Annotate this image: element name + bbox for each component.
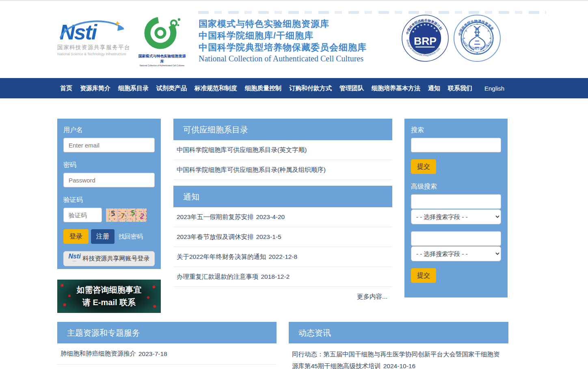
nsti-logo-cn: 国家科技资源共享服务平台 bbox=[57, 44, 130, 51]
site-title-line3: 中国科学院典型培养物保藏委员会细胞库 bbox=[199, 41, 367, 53]
site-title-line1: 国家模式与特色实验细胞资源库 bbox=[199, 18, 367, 30]
green-circle-icon bbox=[138, 14, 186, 52]
advanced-search-input-1[interactable] bbox=[411, 194, 501, 209]
site-title: 国家模式与特色实验细胞资源库 中国科学院细胞库/干细胞库 中国科学院典型培养物保… bbox=[199, 18, 367, 63]
news-date: 2024-10-16 bbox=[383, 362, 415, 369]
username-input[interactable] bbox=[63, 138, 155, 152]
svg-text:★: ★ bbox=[463, 37, 465, 39]
captcha-digit: 5 bbox=[130, 209, 135, 217]
svg-text:★: ★ bbox=[476, 52, 478, 54]
nav-item-reagents[interactable]: 试剂类产品 bbox=[156, 85, 187, 92]
advanced-search-label: 高级搜索 bbox=[411, 182, 501, 191]
clipped-text-artifact bbox=[198, 11, 546, 14]
topics-section-title: 主题资源和专题服务 bbox=[57, 322, 277, 343]
search-panel: 搜索 提交 高级搜索 - - 选择搜索字段 - - - - 选择搜索字段 - -… bbox=[404, 119, 508, 297]
site-title-line4: National Collection of Authenticated Cel… bbox=[199, 54, 367, 63]
news-section-title: 动态资讯 bbox=[289, 322, 508, 343]
banner-line2: 请 E-mail 联系 bbox=[57, 297, 161, 308]
svg-text:★: ★ bbox=[489, 37, 491, 39]
nav-item-methods[interactable]: 细胞培养基本方法 bbox=[372, 85, 420, 92]
notice-date: 2023-1-5 bbox=[256, 233, 281, 241]
topic-date: 2023-7-18 bbox=[138, 350, 167, 358]
search-label: 搜索 bbox=[411, 126, 501, 135]
news-section: 动态资讯 同行动态：第五届中国干细胞与再生医学协同创新平台大会暨国家干细胞资源库… bbox=[289, 322, 508, 369]
password-input[interactable] bbox=[63, 173, 155, 187]
catalog-section-title: 可供应细胞系目录 bbox=[173, 119, 392, 140]
nsti-logo-en: National Science & Technology Infrastruc… bbox=[57, 52, 130, 56]
login-panel: 用户名 密码 验证码 5 7 5 2 登录 注册 bbox=[57, 119, 161, 269]
more-content-link[interactable]: 更多内容... bbox=[173, 287, 392, 301]
news-item[interactable]: 同行动态：第五届中国干细胞与再生医学协同创新平台大会暨国家干细胞资源库第45期干… bbox=[289, 343, 508, 369]
username-label: 用户名 bbox=[63, 126, 155, 135]
page: Nsti ✦ 国家科技资源共享服务平台 National Science & T… bbox=[0, 0, 588, 369]
captcha-input[interactable] bbox=[63, 208, 102, 222]
advanced-search-submit-button[interactable]: 提交 bbox=[411, 268, 436, 283]
star-icon: ✦ bbox=[114, 19, 121, 28]
main-nav: 首页 资源库简介 细胞系目录 试剂类产品 标准规范和制度 细胞质量控制 订购和付… bbox=[0, 78, 588, 98]
svg-text:★: ★ bbox=[465, 44, 467, 47]
captcha-digit: 5 bbox=[110, 209, 115, 218]
search-input[interactable] bbox=[411, 138, 501, 152]
brp-label: BRP bbox=[414, 35, 437, 47]
notice-date: 2022-12-8 bbox=[268, 253, 297, 260]
svg-text:★: ★ bbox=[482, 49, 484, 52]
svg-text:★: ★ bbox=[487, 44, 489, 47]
nav-item-notices[interactable]: 通知 bbox=[428, 85, 440, 92]
notice-date: 2018-12-2 bbox=[261, 273, 290, 280]
nav-item-english[interactable]: English bbox=[484, 85, 504, 92]
svg-text:★: ★ bbox=[470, 49, 472, 52]
advanced-search-input-2[interactable] bbox=[411, 231, 501, 246]
password-label: 密码 bbox=[63, 161, 155, 169]
notice-item[interactable]: 2023年春节放假及调休安排2023-1-5 bbox=[173, 227, 392, 247]
topics-section: 主题资源和专题服务 肺细胞和肺癌细胞资源推介2023-7-18 bbox=[57, 322, 277, 365]
email-contact-banner[interactable]: 如需咨询细胞事宜 请 E-mail 联系 bbox=[57, 280, 161, 313]
nav-item-home[interactable]: 首页 bbox=[60, 85, 72, 92]
notice-date: 2023-4-20 bbox=[256, 213, 285, 221]
search-submit-button[interactable]: 提交 bbox=[411, 159, 436, 174]
nav-item-team[interactable]: 管理团队 bbox=[339, 85, 364, 92]
nsti-account-login-button[interactable]: Nsti━━━━ 科技资源共享网账号登录 bbox=[63, 251, 155, 266]
dna-badge: 中国科学院生物遗传资源库 中国科学院战略生物资源计划 ★★★ ★★★★ ★★★★… bbox=[453, 14, 501, 62]
nav-item-quality[interactable]: 细胞质量控制 bbox=[245, 85, 281, 92]
nav-item-ordering[interactable]: 订购和付款方式 bbox=[289, 85, 332, 92]
nsti-account-login-label: 科技资源共享网账号登录 bbox=[83, 255, 150, 263]
nsti-mini-logo: Nsti━━━━ bbox=[68, 254, 80, 264]
banner-line1: 如需咨询细胞事宜 bbox=[57, 284, 161, 295]
nsti-logo: Nsti ✦ 国家科技资源共享服务平台 National Science & T… bbox=[57, 22, 130, 63]
svg-text:★: ★ bbox=[487, 30, 489, 32]
svg-text:★: ★ bbox=[470, 24, 472, 27]
nav-item-cell-lines[interactable]: 细胞系目录 bbox=[118, 85, 149, 92]
search-field-select-1[interactable]: - - 选择搜索字段 - - bbox=[411, 209, 501, 224]
svg-text:★: ★ bbox=[482, 24, 484, 27]
notice-item[interactable]: 关于2022年年终财务决算的通知2022-12-8 bbox=[173, 247, 392, 267]
svg-text:★: ★ bbox=[465, 30, 467, 32]
search-field-select-2[interactable]: - - 选择搜索字段 - - bbox=[411, 246, 501, 261]
register-button[interactable]: 注册 bbox=[91, 229, 115, 244]
nav-item-about[interactable]: 资源库简介 bbox=[80, 85, 110, 92]
green-logo-cn: 国家模式与特色实验细胞资源库 bbox=[137, 54, 187, 64]
green-logo-en: National Collection of Authenticated Cel… bbox=[139, 64, 185, 67]
ncacc-green-logo: 国家模式与特色实验细胞资源库 National Collection of Au… bbox=[137, 14, 187, 62]
topic-item[interactable]: 肺细胞和肺癌细胞资源推介2023-7-18 bbox=[57, 343, 277, 365]
nav-item-contact[interactable]: 联系我们 bbox=[448, 85, 472, 92]
catalog-item[interactable]: 中国科学院细胞库可供应细胞系目录(英文字顺) bbox=[173, 140, 392, 160]
notices-section-title: 通知 bbox=[173, 186, 392, 207]
brp-badge: 中国科学院战略生物资源计划 ★ ★ ★ ★ ★ ★ ★ ★ ★ BRP Biol… bbox=[401, 14, 449, 62]
forgot-password-link[interactable]: 找回密码 bbox=[119, 233, 143, 241]
nav-item-standards[interactable]: 标准规范和制度 bbox=[195, 85, 237, 92]
svg-text:★: ★ bbox=[476, 23, 478, 25]
login-button[interactable]: 登录 bbox=[63, 229, 89, 244]
notice-item[interactable]: 2023年五一假期前复苏安排2023-4-20 bbox=[173, 207, 392, 227]
notice-item[interactable]: 办理重复汇款退款的注意事项2018-12-2 bbox=[173, 267, 392, 287]
center-column: 可供应细胞系目录 中国科学院细胞库可供应细胞系目录(英文字顺) 中国科学院细胞库… bbox=[173, 119, 392, 301]
captcha-label: 验证码 bbox=[63, 196, 155, 204]
catalog-item[interactable]: 中国科学院细胞库可供应细胞系目录(种属及组织顺序) bbox=[173, 160, 392, 180]
site-title-line2: 中国科学院细胞库/干细胞库 bbox=[199, 30, 367, 41]
captcha-image[interactable]: 5 7 5 2 bbox=[106, 208, 147, 222]
